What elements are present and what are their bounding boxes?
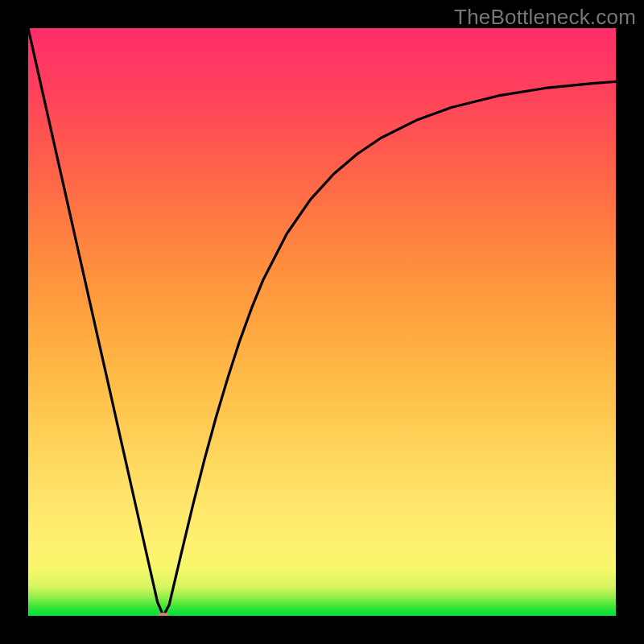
watermark-text: TheBottleneck.com bbox=[454, 5, 636, 30]
bottleneck-curve-svg bbox=[28, 28, 616, 616]
minimum-marker bbox=[158, 613, 169, 616]
bottleneck-curve-path bbox=[28, 28, 616, 616]
chart-frame: TheBottleneck.com bbox=[0, 0, 644, 644]
plot-area bbox=[28, 28, 616, 616]
